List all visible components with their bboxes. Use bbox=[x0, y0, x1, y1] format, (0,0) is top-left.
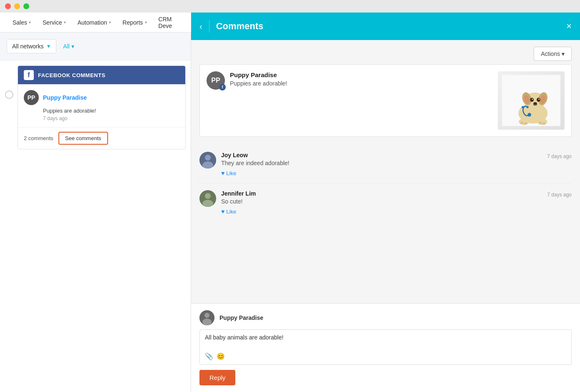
actions-area: Actions ▾ bbox=[191, 40, 580, 64]
svg-point-29 bbox=[202, 319, 212, 325]
facebook-section-title: FACEBOOK COMMENTS bbox=[38, 72, 106, 78]
comment-item: Joy Leow They are indeed adorable! ♥ Lik… bbox=[199, 145, 572, 183]
svg-point-7 bbox=[530, 98, 534, 102]
svg-point-25 bbox=[205, 193, 211, 199]
original-post-content: Puppy Paradise Puppies are adorable! bbox=[230, 71, 493, 87]
comment-body-joy: Joy Leow They are indeed adorable! ♥ Lik… bbox=[221, 152, 572, 176]
emoji-icon[interactable]: 😊 bbox=[217, 352, 225, 360]
svg-point-20 bbox=[542, 123, 545, 125]
puppy-illustration bbox=[502, 73, 560, 128]
post-time: 7 days ago bbox=[24, 116, 179, 121]
comment-avatar-jennifer bbox=[199, 190, 216, 207]
comment-time-jennifer: 7 days ago bbox=[547, 192, 572, 198]
attachment-icon[interactable]: 📎 bbox=[205, 352, 213, 360]
post-footer: 2 comments See comments bbox=[18, 127, 185, 149]
comment-text-joy: They are indeed adorable! bbox=[221, 160, 572, 166]
facebook-icon: f bbox=[24, 70, 34, 80]
facebook-post-card: f FACEBOOK COMMENTS PP Puppy Paradise Pu… bbox=[18, 65, 186, 149]
reply-author-row: Puppy Paradise bbox=[199, 310, 572, 325]
svg-point-18 bbox=[524, 123, 527, 125]
nav-crm-label: CRM Deve bbox=[159, 16, 179, 29]
svg-point-19 bbox=[539, 122, 542, 124]
svg-point-10 bbox=[539, 99, 540, 100]
nav-automation-chevron: ▾ bbox=[109, 20, 111, 25]
puppy-image bbox=[498, 71, 565, 130]
all-networks-label: All networks bbox=[12, 43, 43, 50]
post-text: Puppies are adorable! bbox=[24, 108, 179, 114]
nav-service-label: Service bbox=[43, 19, 62, 26]
comments-header: ‹ Comments × bbox=[191, 13, 580, 40]
svg-point-22 bbox=[205, 155, 211, 161]
all-filter-label: All bbox=[63, 43, 70, 50]
like-label-jennifer: Like bbox=[226, 209, 236, 215]
comments-panel: ‹ Comments × Actions ▾ PP f Puppy Paradi… bbox=[191, 13, 580, 392]
nav-item-service[interactable]: Service ▾ bbox=[37, 13, 72, 32]
networks-chevron-icon: ▼ bbox=[46, 43, 51, 49]
comment-text-jennifer: So cute! bbox=[221, 198, 572, 205]
top-nav: Sales ▾ Service ▾ Automation ▾ Reports ▾… bbox=[0, 13, 191, 33]
all-filter-chevron-icon: ▾ bbox=[71, 43, 74, 50]
post-content: PP Puppy Paradise Puppies are adorable! … bbox=[18, 84, 185, 127]
posts-list: f FACEBOOK COMMENTS PP Puppy Paradise Pu… bbox=[0, 60, 191, 392]
comments-list: Joy Leow They are indeed adorable! ♥ Lik… bbox=[191, 137, 580, 230]
nav-item-crm[interactable]: CRM Deve bbox=[153, 13, 184, 32]
like-label-joy: Like bbox=[226, 170, 236, 176]
svg-point-16 bbox=[537, 118, 547, 125]
spacer bbox=[191, 230, 580, 303]
close-panel-button[interactable]: × bbox=[566, 21, 572, 32]
reply-author-avatar bbox=[199, 310, 214, 325]
comment-body-jennifer: Jennifer Lim So cute! ♥ Like bbox=[221, 190, 572, 215]
svg-point-28 bbox=[204, 313, 209, 318]
svg-point-9 bbox=[532, 99, 533, 100]
window-close-button[interactable] bbox=[5, 3, 11, 9]
original-post-avatar: PP f bbox=[207, 71, 225, 90]
reply-section: Puppy Paradise 📎 😊 Reply bbox=[191, 303, 580, 392]
post-radio-button[interactable] bbox=[5, 90, 13, 99]
back-button[interactable]: ‹ bbox=[199, 22, 202, 30]
filter-bar: All networks ▼ All ▾ bbox=[0, 33, 191, 60]
svg-point-15 bbox=[519, 118, 529, 125]
nav-reports-chevron: ▾ bbox=[145, 20, 147, 25]
post-author-avatar: PP bbox=[24, 90, 39, 105]
reply-button[interactable]: Reply bbox=[199, 370, 235, 385]
nav-automation-label: Automation bbox=[78, 19, 107, 26]
like-button-joy[interactable]: ♥ Like bbox=[221, 170, 236, 176]
header-divider bbox=[209, 20, 209, 33]
svg-point-8 bbox=[537, 98, 540, 102]
post-author-name[interactable]: Puppy Paradise bbox=[43, 94, 87, 101]
reply-input-icons: 📎 😊 bbox=[205, 352, 566, 360]
comment-avatar-joy bbox=[199, 152, 216, 168]
post-image-area bbox=[498, 71, 565, 130]
actions-button[interactable]: Actions ▾ bbox=[534, 47, 572, 61]
heart-icon-jennifer: ♥ bbox=[221, 208, 224, 215]
nav-service-chevron: ▾ bbox=[64, 20, 66, 25]
nav-sales-chevron: ▾ bbox=[29, 20, 31, 25]
nav-item-reports[interactable]: Reports ▾ bbox=[117, 13, 153, 32]
svg-point-14 bbox=[527, 106, 529, 108]
see-comments-button[interactable]: See comments bbox=[58, 132, 108, 145]
left-panel: Sales ▾ Service ▾ Automation ▾ Reports ▾… bbox=[0, 13, 191, 392]
comment-time-joy: 7 days ago bbox=[547, 153, 572, 159]
svg-point-11 bbox=[533, 102, 537, 105]
all-filter-dropdown[interactable]: All ▾ bbox=[63, 43, 74, 50]
comment-item: Jennifer Lim So cute! ♥ Like 7 days ago bbox=[199, 183, 572, 221]
reply-input[interactable] bbox=[205, 334, 566, 347]
original-post-text: Puppies are adorable! bbox=[230, 80, 493, 87]
nav-item-automation[interactable]: Automation ▾ bbox=[72, 13, 117, 32]
comments-title: Comments bbox=[216, 21, 560, 32]
nav-reports-label: Reports bbox=[123, 19, 143, 26]
like-button-jennifer[interactable]: ♥ Like bbox=[221, 208, 236, 215]
nav-item-sales[interactable]: Sales ▾ bbox=[7, 13, 37, 32]
comment-author-jennifer: Jennifer Lim bbox=[221, 190, 572, 197]
original-post-block: PP f Puppy Paradise Puppies are adorable… bbox=[199, 64, 572, 137]
window-maximize-button[interactable] bbox=[23, 3, 29, 9]
original-post-author: Puppy Paradise bbox=[230, 71, 493, 78]
heart-icon: ♥ bbox=[221, 170, 224, 176]
svg-point-13 bbox=[522, 106, 524, 108]
svg-point-12 bbox=[527, 113, 531, 117]
post-author-row: PP Puppy Paradise bbox=[24, 90, 179, 105]
reply-input-container[interactable]: 📎 😊 bbox=[199, 329, 572, 365]
all-networks-dropdown[interactable]: All networks ▼ bbox=[7, 39, 56, 53]
window-minimize-button[interactable] bbox=[14, 3, 20, 9]
comment-count: 2 comments bbox=[24, 135, 53, 141]
